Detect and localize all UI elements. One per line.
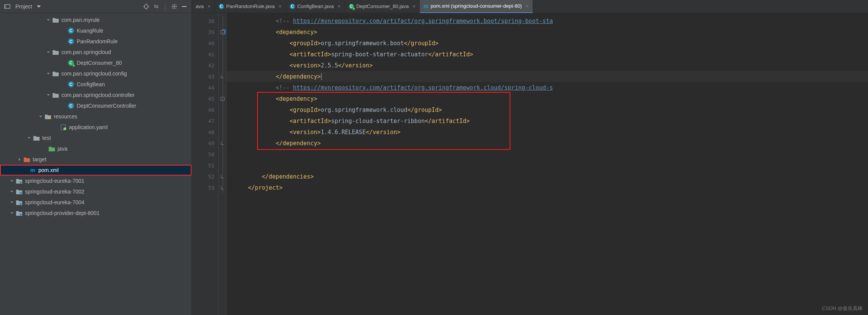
line-number[interactable]: 41 xyxy=(192,49,218,60)
fold-marker[interactable] xyxy=(219,160,226,171)
code-line[interactable]: <artifactId>spring-boot-starter-actuator… xyxy=(226,49,868,60)
divider xyxy=(165,2,165,11)
fold-marker[interactable] xyxy=(219,115,226,126)
fold-marker[interactable] xyxy=(219,104,226,115)
fold-marker[interactable] xyxy=(219,93,226,104)
line-number[interactable]: 52 xyxy=(192,171,218,182)
project-header: Project xyxy=(0,0,191,13)
tree-item[interactable]: mpom.xml xyxy=(0,165,191,176)
tree-item[interactable]: java xyxy=(0,143,191,154)
fold-marker[interactable] xyxy=(219,149,226,160)
fold-marker[interactable] xyxy=(219,82,226,93)
close-icon[interactable]: × xyxy=(338,3,341,9)
fold-marker[interactable] xyxy=(219,71,226,82)
expand-arrow-icon[interactable] xyxy=(10,200,14,205)
tree-item[interactable]: target xyxy=(0,154,191,165)
project-dropdown-icon[interactable] xyxy=(35,3,42,10)
expand-arrow-icon[interactable] xyxy=(27,136,31,140)
line-number[interactable]: 38 xyxy=(192,15,218,26)
fold-marker[interactable] xyxy=(219,126,226,138)
code-line[interactable]: <version>2.5.5</version> xyxy=(226,60,868,71)
fold-marker[interactable] xyxy=(219,138,226,149)
close-icon[interactable]: × xyxy=(526,3,529,9)
code-line[interactable] xyxy=(226,149,868,160)
line-number[interactable]: 48 xyxy=(192,126,218,138)
code-line[interactable]: <!-- https://mvnrepository.com/artifact/… xyxy=(226,15,868,26)
fold-marker[interactable] xyxy=(219,15,226,26)
tree-item[interactable]: CKuangRule xyxy=(0,25,191,36)
line-number[interactable]: 46 xyxy=(192,104,218,115)
tree-item[interactable]: com.pan.springcloud.config xyxy=(0,68,191,79)
expand-arrow-icon[interactable] xyxy=(10,189,14,194)
line-number[interactable]: 53 xyxy=(192,182,218,193)
expand-arrow-icon[interactable] xyxy=(46,18,51,22)
tree-item[interactable]: springcloud-eureka-7002 xyxy=(0,186,191,197)
expand-arrow-icon[interactable] xyxy=(10,211,14,215)
line-number[interactable]: 42 xyxy=(192,60,218,71)
line-number[interactable]: 40 xyxy=(192,38,218,49)
tree-item[interactable]: resources xyxy=(0,111,191,122)
fold-marker[interactable] xyxy=(219,60,226,71)
code-line[interactable]: <!-- https://mvnrepository.com/artifact/… xyxy=(226,82,868,93)
code-line[interactable]: <artifactId>spring-cloud-starter-ribbon<… xyxy=(226,115,868,126)
fold-marker[interactable] xyxy=(219,38,226,49)
collapse-icon[interactable] xyxy=(153,3,160,10)
fold-column[interactable] xyxy=(219,13,226,315)
code-line[interactable]: </project> xyxy=(226,182,868,193)
tree-item[interactable]: CDeptConsumer_80 xyxy=(0,57,191,68)
editor-tab[interactable]: mpom.xml (springcloud-consumer-dept-80)× xyxy=(420,0,533,13)
editor-tab[interactable]: CDeptConsumer_80.java× xyxy=(345,0,420,13)
tree-item[interactable]: CDeptConsumerController xyxy=(0,100,191,111)
tree-item[interactable]: com.pan.springcloud.controller xyxy=(0,90,191,100)
expand-arrow-icon[interactable] xyxy=(46,93,51,97)
editor-tab[interactable]: CPanRandomRule.java× xyxy=(215,0,286,13)
editor-tab[interactable]: ava× xyxy=(192,0,215,13)
code-line[interactable]: <groupId>org.springframework.cloud</grou… xyxy=(226,104,868,115)
expand-arrow-icon[interactable] xyxy=(46,50,51,54)
line-number[interactable]: 50 xyxy=(192,149,218,160)
tree-item[interactable]: springcloud-eureka-7001 xyxy=(0,176,191,186)
code-line[interactable]: <groupId>org.springframework.boot</group… xyxy=(226,38,868,49)
fold-marker[interactable] xyxy=(219,171,226,182)
close-icon[interactable]: × xyxy=(208,3,211,9)
code-line[interactable]: </dependency> xyxy=(226,71,868,82)
fold-marker[interactable] xyxy=(219,49,226,60)
code-line[interactable] xyxy=(226,160,868,171)
close-icon[interactable]: × xyxy=(413,3,416,9)
gear-icon[interactable] xyxy=(171,3,178,10)
line-number[interactable]: 51 xyxy=(192,160,218,171)
tree-item[interactable]: springcloud-eureka-7004 xyxy=(0,197,191,208)
tree-item[interactable]: CPanRandomRule xyxy=(0,36,191,47)
line-gutter[interactable]: 38394041424344454647484950515253 xyxy=(192,13,219,315)
line-number[interactable]: 43 xyxy=(192,71,218,82)
hide-icon[interactable] xyxy=(181,3,188,10)
code-line[interactable]: <version>1.4.6.RELEASE</version> xyxy=(226,126,868,138)
fold-marker[interactable] xyxy=(219,26,226,38)
code-line[interactable]: </dependencies> xyxy=(226,171,868,182)
tree-item[interactable]: CConfigBean xyxy=(0,79,191,90)
expand-arrow-icon[interactable] xyxy=(17,157,22,162)
tree-item[interactable]: com.pan.myrule xyxy=(0,15,191,25)
line-number[interactable]: 47 xyxy=(192,115,218,126)
expand-arrow-icon xyxy=(54,125,58,130)
code-line[interactable]: <dependency> xyxy=(226,26,868,38)
tree-item[interactable]: test xyxy=(0,133,191,143)
line-number[interactable]: 44 xyxy=(192,82,218,93)
fold-marker[interactable] xyxy=(219,182,226,193)
locate-icon[interactable] xyxy=(143,3,150,10)
code-line[interactable]: <dependency> xyxy=(226,93,868,104)
expand-arrow-icon[interactable] xyxy=(10,179,14,183)
line-number[interactable]: 39 xyxy=(192,26,218,38)
line-number[interactable]: 45 xyxy=(192,93,218,104)
close-icon[interactable]: × xyxy=(279,3,282,9)
code-line[interactable]: </dependency> xyxy=(226,138,868,149)
tree-item[interactable]: com.pan.springcloud xyxy=(0,47,191,57)
code-editor[interactable]: <!-- https://mvnrepository.com/artifact/… xyxy=(226,13,868,315)
expand-arrow-icon[interactable] xyxy=(38,114,43,119)
line-number[interactable]: 49 xyxy=(192,138,218,149)
tree-item[interactable]: springcloud-provider-dept-8001 xyxy=(0,208,191,218)
project-tree[interactable]: com.pan.myruleCKuangRuleCPanRandomRuleco… xyxy=(0,13,191,315)
tree-item[interactable]: application.yaml xyxy=(0,122,191,133)
expand-arrow-icon[interactable] xyxy=(46,71,51,76)
editor-tab[interactable]: CConfigBean.java× xyxy=(286,0,345,13)
